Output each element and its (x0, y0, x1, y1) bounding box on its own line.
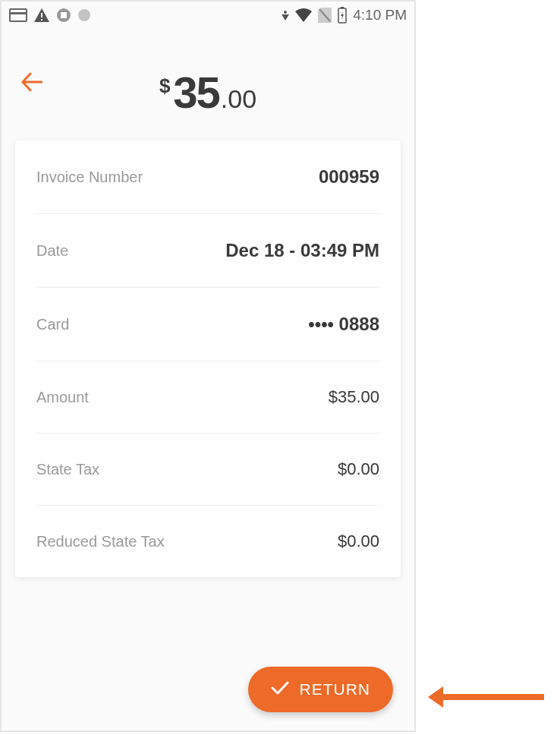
row-invoice-number: Invoice Number 000959 (36, 140, 379, 214)
row-amount: Amount $35.00 (36, 361, 379, 434)
value-amount: $35.00 (329, 387, 379, 407)
no-sim-icon (318, 8, 332, 23)
svg-rect-0 (10, 9, 27, 21)
row-card: Card •••• 0888 (36, 288, 379, 361)
label-date: Date (36, 242, 68, 260)
clock-text: 4:10 PM (353, 7, 407, 24)
back-button[interactable] (21, 71, 42, 97)
status-right-icons: 4:10 PM (282, 7, 407, 24)
row-date: Date Dec 18 - 03:49 PM (36, 214, 379, 288)
amount-whole: 35 (173, 67, 219, 118)
check-icon (271, 680, 289, 699)
row-state-tax: State Tax $0.00 (36, 434, 379, 506)
status-left-icons (9, 8, 91, 23)
svg-rect-5 (61, 12, 67, 18)
card-icon (9, 8, 27, 22)
wifi-icon (295, 8, 312, 22)
header-amount: $ 35 .00 (159, 67, 256, 118)
value-state-tax: $0.00 (338, 459, 379, 479)
screen-header: $ 35 .00 (2, 29, 414, 140)
row-reduced-state-tax: Reduced State Tax $0.00 (36, 506, 379, 577)
label-card: Card (36, 316, 69, 333)
value-invoice-number: 000959 (319, 166, 379, 188)
status-bar: 4:10 PM (2, 2, 414, 29)
label-invoice-number: Invoice Number (36, 169, 143, 186)
signal-dot-icon (282, 10, 289, 21)
annotation-arrow-icon (426, 682, 548, 712)
value-card: •••• 0888 (308, 314, 379, 335)
details-card: Invoice Number 000959 Date Dec 18 - 03:4… (15, 140, 401, 577)
phone-screen: 4:10 PM $ 35 .00 Invoice Number 000959 D… (0, 0, 416, 732)
value-reduced-state-tax: $0.00 (338, 532, 379, 551)
label-reduced-state-tax: Reduced State Tax (36, 533, 165, 550)
amount-cents: .00 (221, 84, 256, 114)
circle-icon (77, 8, 91, 22)
svg-point-6 (78, 9, 90, 21)
label-state-tax: State Tax (36, 461, 99, 478)
return-button[interactable]: RETURN (248, 667, 394, 712)
print-icon (56, 8, 71, 23)
battery-charging-icon (338, 7, 347, 24)
currency-symbol: $ (159, 74, 170, 98)
warning-icon (33, 8, 50, 23)
svg-rect-1 (10, 12, 27, 14)
return-button-label: RETURN (300, 680, 371, 699)
svg-rect-2 (41, 13, 42, 17)
svg-rect-3 (41, 19, 42, 21)
svg-point-7 (284, 11, 287, 14)
label-amount: Amount (36, 389, 89, 406)
value-date: Dec 18 - 03:49 PM (225, 240, 379, 261)
